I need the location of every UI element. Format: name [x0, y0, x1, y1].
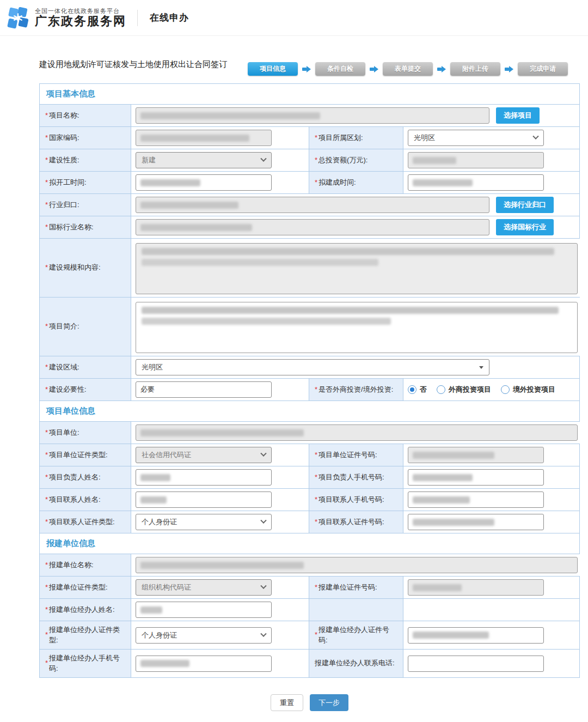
- required-mark: *: [45, 495, 48, 505]
- total-investment-input[interactable]: [408, 152, 544, 168]
- scale-content-textarea[interactable]: [136, 243, 578, 294]
- required-mark: *: [45, 222, 48, 233]
- radio-icon: [437, 385, 445, 394]
- builder-cert-type-label: 报建单位证件类型:: [49, 583, 108, 593]
- chevron-down-icon: [532, 134, 538, 139]
- redacted-value: [140, 135, 249, 142]
- contact-phone-input[interactable]: [408, 492, 544, 508]
- radio-overseas-investment[interactable]: 境外投资项目: [501, 385, 555, 395]
- chevron-down-icon: [260, 451, 266, 457]
- project-intro-textarea[interactable]: [136, 302, 578, 353]
- section-title-basic: 项目基本信息: [40, 84, 579, 105]
- radio-foreign-investment[interactable]: 外商投资项目: [437, 385, 491, 395]
- required-mark: *: [45, 155, 48, 166]
- construction-nature-select[interactable]: 新建: [136, 152, 272, 168]
- construction-area-select[interactable]: 光明区: [136, 359, 489, 375]
- required-mark: *: [45, 362, 48, 373]
- step-project-info[interactable]: 项目信息: [248, 62, 298, 76]
- necessity-input[interactable]: 必要: [136, 381, 272, 398]
- row-industry-authority: *行业归口: 选择行业归口: [40, 194, 579, 216]
- redacted-value: [142, 248, 554, 255]
- row-builder-name: *报建单位名称:: [40, 554, 579, 577]
- step-form-submit[interactable]: 表单提交: [383, 62, 433, 76]
- builder-name-input[interactable]: [136, 557, 578, 573]
- industry-authority-input[interactable]: [136, 197, 489, 213]
- arrow-right-icon: [370, 66, 378, 72]
- required-mark: *: [45, 630, 48, 640]
- leader-name-label: 项目负责人姓名:: [49, 472, 101, 483]
- required-mark: *: [45, 428, 48, 438]
- arrow-right-icon: [302, 66, 311, 72]
- application-form: 项目基本信息 *项目名称: 选择项目 *国家编码: *项目所属区划: 光明区 *…: [39, 83, 580, 678]
- leader-phone-input[interactable]: [408, 469, 544, 486]
- row-project-unit: *项目单位:: [40, 422, 579, 444]
- contact-cert-no-input[interactable]: [408, 514, 544, 530]
- redacted-value: [140, 179, 200, 186]
- contact-cert-no-label: 项目联系人证件号码:: [318, 517, 384, 527]
- unit-cert-type-label: 项目单位证件类型:: [49, 450, 108, 460]
- select-industry-button[interactable]: 选择行业归口: [496, 197, 554, 213]
- builder-agent-mobile-input[interactable]: [136, 656, 272, 672]
- builder-agent-cert-no-input[interactable]: [408, 627, 544, 644]
- required-mark: *: [45, 111, 48, 121]
- planned-start-label: 拟开工时间:: [49, 178, 87, 188]
- redacted-value: [413, 157, 456, 164]
- unit-cert-no-label: 项目单位证件号码:: [318, 450, 377, 460]
- required-mark: *: [315, 450, 317, 460]
- select-project-button[interactable]: 选择项目: [496, 107, 540, 124]
- arrow-right-icon: [437, 66, 446, 72]
- required-mark: *: [315, 385, 317, 395]
- redacted-value: [413, 179, 473, 186]
- builder-agent-cert-type-select[interactable]: 个人身份证: [136, 627, 272, 644]
- triangle-down-icon: [479, 366, 483, 369]
- national-code-input[interactable]: [136, 130, 272, 146]
- row-scale-content: *建设规模和内容:: [40, 239, 579, 298]
- contact-name-label: 项目联系人姓名:: [49, 495, 101, 505]
- project-district-select[interactable]: 光明区: [408, 130, 544, 146]
- project-unit-input[interactable]: [136, 424, 578, 441]
- contact-cert-type-select[interactable]: 个人身份证: [136, 514, 272, 530]
- select-national-industry-button[interactable]: 选择国标行业: [496, 219, 554, 235]
- reset-button[interactable]: 重置: [271, 694, 303, 711]
- chevron-down-icon: [260, 518, 266, 524]
- builder-agent-name-input[interactable]: [136, 602, 272, 618]
- leader-name-input[interactable]: [136, 469, 272, 486]
- unit-cert-no-input[interactable]: [408, 447, 544, 463]
- row-builder-agent-cert: *报建单位经办人证件类型: 个人身份证 *报建单位经办人证件号码:: [40, 621, 579, 650]
- form-actions: 重置 下一步: [39, 694, 580, 722]
- redacted-value: [140, 429, 304, 436]
- required-mark: *: [45, 658, 48, 669]
- redacted-value: [413, 519, 494, 526]
- planned-completion-input[interactable]: [408, 174, 544, 191]
- arrow-right-icon: [505, 66, 513, 72]
- redacted-value: [413, 496, 470, 503]
- national-industry-input[interactable]: [136, 219, 489, 235]
- redacted-value: [140, 224, 252, 231]
- contact-phone-label: 项目联系人手机号码:: [318, 495, 384, 505]
- step-attachment-upload[interactable]: 附件上传: [450, 62, 500, 76]
- step-complete[interactable]: 完成申请: [518, 62, 568, 76]
- builder-agent-tel-input[interactable]: [408, 656, 544, 672]
- section-title-builder: 报建单位信息: [40, 533, 579, 554]
- planned-start-input[interactable]: [136, 174, 272, 191]
- redacted-value: [140, 606, 162, 614]
- next-step-button[interactable]: 下一步: [310, 694, 348, 711]
- row-project-intro: *项目简介:: [40, 298, 579, 356]
- builder-cert-type-select[interactable]: 组织机构代码证: [136, 579, 272, 596]
- row-national-industry: *国标行业名称: 选择国标行业: [40, 216, 579, 239]
- brand-block: 全国一体化在线政务服务平台 广东政务服务网: [35, 8, 126, 28]
- required-mark: *: [45, 605, 48, 615]
- row-code-district: *国家编码: *项目所属区划: 光明区: [40, 127, 579, 149]
- platform-name: 全国一体化在线政务服务平台: [35, 8, 126, 15]
- project-name-input[interactable]: [136, 107, 489, 124]
- radio-no[interactable]: 否: [408, 385, 427, 395]
- builder-cert-no-input[interactable]: [408, 579, 544, 596]
- planned-completion-label: 拟建成时间:: [318, 178, 356, 188]
- unit-cert-type-select[interactable]: 社会信用代码证: [136, 447, 272, 463]
- row-start-completion: *拟开工时间: *拟建成时间:: [40, 172, 579, 194]
- redacted-value: [140, 202, 238, 209]
- project-district-label: 项目所属区划:: [318, 133, 363, 143]
- contact-name-input[interactable]: [136, 492, 272, 508]
- required-mark: *: [45, 200, 48, 210]
- step-condition-check[interactable]: 条件自检: [315, 62, 365, 76]
